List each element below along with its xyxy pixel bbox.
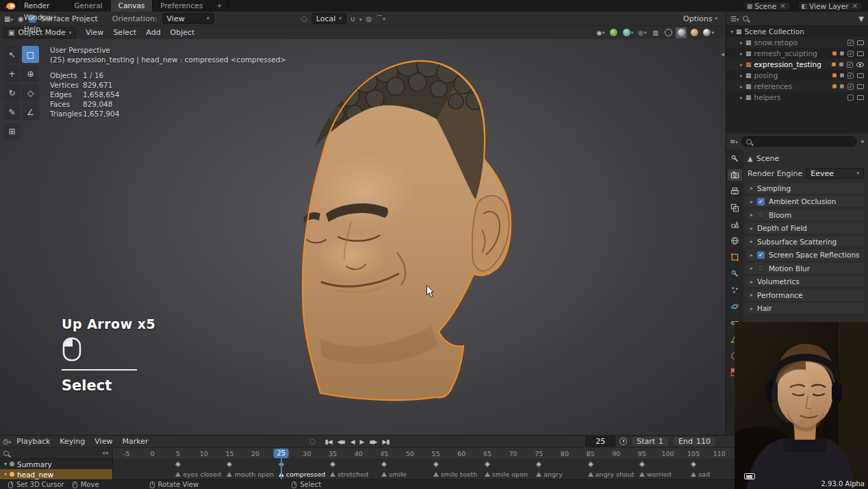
keyframe-diamond[interactable]: [691, 462, 696, 467]
disable-in-viewport-icon[interactable]: [857, 84, 864, 89]
tool-properties-tab[interactable]: [728, 153, 742, 164]
disable-in-viewport-icon[interactable]: [857, 51, 864, 56]
channel-expand-icon[interactable]: ▾: [4, 461, 7, 467]
output-properties-tab[interactable]: [728, 186, 742, 197]
proportional-edit-icon[interactable]: ◎: [366, 15, 372, 23]
start-frame-field[interactable]: Start 1: [631, 436, 669, 447]
exclude-checkbox-icon[interactable]: ✓: [847, 84, 854, 90]
panel-expand-icon[interactable]: ▸: [750, 279, 753, 285]
marker-mouth-open[interactable]: mouth open: [227, 471, 274, 478]
panel-expand-icon[interactable]: ▸: [750, 252, 753, 258]
disable-in-viewport-icon[interactable]: [857, 95, 864, 100]
add-cube-tool[interactable]: ⊞: [3, 123, 21, 140]
timeline-editor-icon[interactable]: ◷▾: [3, 438, 11, 445]
panel-expand-icon[interactable]: ▸: [750, 199, 753, 205]
falloff-curve-icon[interactable]: ⌒▾: [376, 14, 385, 23]
outliner-item-snow-retopo[interactable]: ▸▦snow.retopo✓: [726, 37, 868, 48]
disclosure-icon[interactable]: ▸: [740, 40, 743, 46]
end-frame-field[interactable]: End 110: [673, 436, 716, 447]
outliner-item-remesh-sculpting[interactable]: ▸▦remesh_sculpting✓: [726, 48, 868, 59]
outliner-filter-icon[interactable]: ▼: [858, 15, 864, 23]
outliner-item-references[interactable]: ▸▦references✓: [726, 81, 868, 92]
current-frame-indicator[interactable]: 25: [273, 449, 289, 458]
timeline-menu-keying[interactable]: Keying: [55, 436, 90, 447]
shading-wireframe-icon[interactable]: [663, 27, 674, 38]
xray-toggle-icon[interactable]: ▥: [650, 27, 661, 38]
marker-angry[interactable]: angry: [536, 471, 562, 478]
outliner-item-posing[interactable]: ▸▦posing✓: [726, 70, 868, 81]
play-reverse-button[interactable]: ◀: [349, 438, 356, 445]
gizmo-toggle-icon[interactable]: [609, 27, 620, 38]
exclude-checkbox-icon[interactable]: [847, 95, 854, 101]
marker-smile-open[interactable]: smile open: [485, 471, 528, 478]
workspace-tab-general[interactable]: General: [66, 0, 110, 12]
view-layer-selector[interactable]: ◧ View Layer ×: [798, 1, 863, 11]
panel-checkbox[interactable]: ✓: [757, 251, 765, 259]
channel-summary[interactable]: ▾Summary: [0, 459, 112, 469]
keyframe-diamond[interactable]: [433, 462, 438, 467]
disclosure-icon[interactable]: ▸: [740, 51, 743, 57]
keyframe-diamond[interactable]: [639, 462, 645, 467]
marker-eyes-closed[interactable]: eyes closed: [175, 471, 221, 478]
viewport-menu-add[interactable]: Add: [141, 27, 165, 38]
panel-expand-icon[interactable]: ▸: [750, 225, 753, 231]
keyframe-diamond[interactable]: [330, 462, 335, 467]
3d-viewport[interactable]: ▣ Object Mode ▾ ViewSelectAddObject ◉▾ ▾…: [0, 26, 726, 435]
panel-ambient-occlusion[interactable]: ▸✓Ambient Occlusion: [746, 195, 865, 208]
editor-type-icon[interactable]: ▦▾: [4, 15, 13, 23]
overlays-dropdown-icon[interactable]: ◎▾: [637, 27, 648, 38]
exclude-checkbox-icon[interactable]: ✓: [847, 62, 853, 68]
marker-smile[interactable]: smile: [381, 471, 406, 478]
panel-expand-icon[interactable]: ▸: [750, 185, 753, 191]
jump-to-start-button[interactable]: ▮◀: [324, 438, 333, 445]
channel-collapse-icon[interactable]: «»: [102, 450, 109, 456]
next-keyframe-button[interactable]: ▪▶: [368, 438, 378, 445]
disclosure-icon[interactable]: ▸: [740, 95, 743, 101]
channel-search-icon[interactable]: [3, 451, 9, 456]
marker-smile-teeth[interactable]: smile teeth: [433, 471, 478, 478]
object-visibility-dropdown-icon[interactable]: ◉▾: [595, 27, 606, 38]
prev-keyframe-button[interactable]: ◀▪: [336, 438, 346, 445]
panel-depth-of-field[interactable]: ▸Depth of Field: [746, 222, 865, 234]
panel-sampling[interactable]: ▸Sampling: [746, 182, 865, 195]
marker-stretched[interactable]: stretched: [330, 471, 368, 478]
marker-angry-shout[interactable]: angry shout: [588, 471, 635, 478]
scene-selector[interactable]: ▦ Scene ×: [743, 1, 791, 11]
panel-expand-icon[interactable]: ▸: [750, 292, 753, 298]
panel-screen-space-reflections[interactable]: ▸✓Screen Space Reflections: [746, 249, 865, 261]
outliner-search-icon[interactable]: [743, 16, 748, 21]
scene-properties-tab[interactable]: [728, 218, 742, 230]
snap-magnet-icon[interactable]: ∪: [350, 15, 355, 23]
pin-icon[interactable]: ⌖: [860, 138, 865, 146]
timeline-menu-view[interactable]: View: [90, 436, 117, 447]
panel-checkbox[interactable]: [757, 264, 765, 272]
panel-subsurface-scattering[interactable]: ▸Subsurface Scattering: [746, 236, 865, 248]
transform-pivot-icon[interactable]: ◌: [301, 15, 307, 23]
modifier-properties-tab[interactable]: [728, 268, 742, 279]
channel-head-new[interactable]: ▾head_new: [0, 469, 112, 479]
viewport-menu-view[interactable]: View: [81, 27, 108, 38]
viewport-menu-select[interactable]: Select: [108, 27, 141, 38]
exclude-checkbox-icon[interactable]: ✓: [847, 40, 854, 46]
exclude-checkbox-icon[interactable]: ✓: [847, 73, 854, 79]
auto-keying-icon[interactable]: ◌: [309, 438, 316, 445]
disable-in-viewport-icon[interactable]: [857, 40, 864, 45]
disclosure-icon[interactable]: ▸: [740, 62, 743, 68]
sidebar-collapse-icon[interactable]: ◂: [721, 51, 724, 58]
panel-expand-icon[interactable]: ▸: [750, 212, 753, 218]
outliner-editor-icon[interactable]: ☰▾: [730, 15, 739, 23]
marker-worried[interactable]: worried: [639, 471, 672, 478]
timeline-menu-playback[interactable]: Playback: [12, 436, 55, 447]
outliner-item-helpers[interactable]: ▸▦helpers: [726, 92, 868, 103]
disclosure-icon[interactable]: ▾: [730, 29, 733, 35]
channel-expand-icon[interactable]: ▾: [4, 471, 7, 477]
panel-checkbox[interactable]: [757, 211, 765, 218]
menu-window[interactable]: Window: [19, 12, 57, 23]
physics-properties-tab[interactable]: [728, 301, 742, 312]
panel-bloom[interactable]: ▸Bloom: [746, 209, 865, 221]
disclosure-icon[interactable]: ▸: [740, 84, 743, 90]
shading-material-icon[interactable]: [689, 27, 700, 38]
disclosure-icon[interactable]: ▸: [740, 73, 743, 79]
head-model[interactable]: [272, 51, 546, 419]
shading-solid-icon[interactable]: [676, 27, 687, 38]
